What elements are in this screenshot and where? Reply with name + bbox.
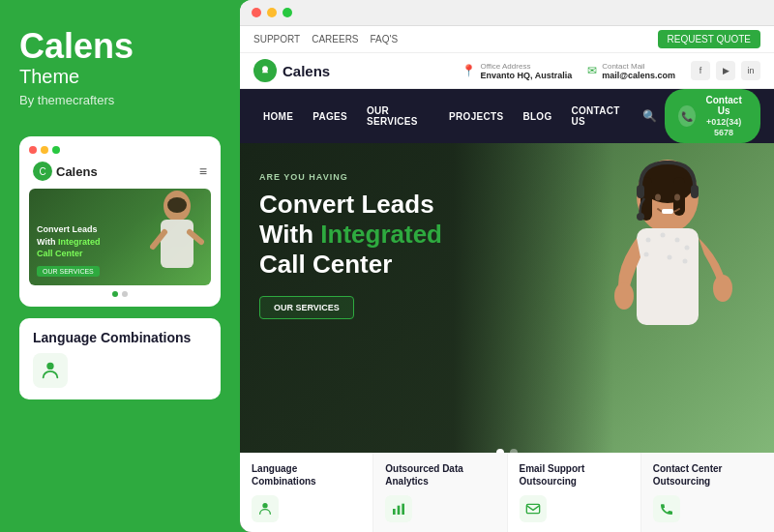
svg-point-12 — [674, 194, 680, 201]
mail-icon: ✉ — [587, 64, 597, 77]
youtube-icon[interactable]: ▶ — [716, 61, 735, 80]
mobile-hero-content: Convert LeadsWith IntegratedCall Center … — [37, 223, 100, 278]
mobile-mockup: C Calens ≡ Convert LeadsWith IntegratedC… — [19, 136, 221, 307]
request-quote-btn[interactable]: REQUEST QUOTE — [658, 30, 761, 48]
svg-rect-1 — [161, 220, 194, 268]
mail-value: mail@calens.com — [602, 71, 675, 80]
lang-card-icon — [33, 353, 68, 388]
card-contact-icon — [653, 495, 680, 522]
svg-rect-31 — [526, 504, 539, 513]
nav-blog[interactable]: BLOG — [513, 103, 561, 130]
topbar-faq[interactable]: FAQ'S — [371, 34, 399, 44]
nav-home[interactable]: HOME — [253, 103, 303, 130]
search-icon[interactable]: 🔍 — [635, 102, 665, 131]
slider-dot-1 — [112, 291, 118, 297]
svg-point-17 — [685, 246, 690, 251]
brand-title: Calens — [19, 29, 221, 64]
svg-rect-29 — [398, 506, 401, 515]
phone-icon: 📞 — [681, 111, 693, 122]
office-label: Office Address — [481, 62, 573, 71]
left-panel: Calens Theme By themecrafters C Calens ≡ — [0, 0, 240, 532]
svg-point-11 — [655, 194, 661, 201]
site-hero: ARE YOU HAVING Convert Leads With Integr… — [240, 143, 774, 532]
nav-contact[interactable]: CONTACT US — [561, 98, 635, 134]
card-email-support: Email SupportOutsourcing — [508, 453, 641, 532]
topbar-careers[interactable]: CAREERS — [312, 34, 358, 44]
mail-label: Contact Mail — [602, 62, 675, 71]
contact-info: 📍 Office Address Envanto HQ, Australia ✉… — [461, 61, 761, 80]
hamburger-icon[interactable]: ≡ — [199, 163, 207, 179]
mobile-slider-dots — [29, 291, 211, 297]
instagram-icon[interactable]: in — [741, 61, 760, 80]
brand-subtitle: Theme — [19, 64, 221, 89]
contact-btn-text: Contact Us +012(34) 5678 — [700, 95, 747, 137]
mobile-dots — [29, 146, 211, 154]
card-contact-title: Contact CenterOutsourcing — [653, 462, 762, 488]
card-analytics-title: Outsourced DataAnalytics — [385, 462, 494, 488]
site-header: Calens 📍 Office Address Envanto HQ, Aust… — [240, 53, 774, 89]
office-details: Office Address Envanto HQ, Australia — [481, 62, 573, 80]
svg-point-15 — [661, 233, 666, 238]
hero-line3: Call Center — [259, 250, 392, 279]
email-icon — [525, 501, 541, 517]
contact-mail: ✉ Contact Mail mail@calens.com — [587, 62, 675, 80]
site-logo-text: Calens — [283, 63, 330, 79]
bottom-cards: LanguageCombinations Outsourced DataAnal… — [240, 453, 774, 532]
location-icon: 📍 — [461, 64, 476, 77]
contact-us-label: Contact Us — [705, 95, 741, 116]
office-address: 📍 Office Address Envanto HQ, Australia — [461, 62, 573, 80]
nav-projects[interactable]: PROJECTS — [439, 103, 513, 130]
mail-details: Contact Mail mail@calens.com — [602, 62, 675, 80]
social-icons: f ▶ in — [691, 61, 760, 80]
logo-svg — [258, 64, 272, 77]
mobile-logo-icon: C — [33, 162, 52, 181]
slider-dot-2 — [122, 291, 128, 297]
office-value: Envanto HQ, Australia — [481, 71, 573, 80]
svg-point-22 — [713, 275, 732, 302]
topbar-support[interactable]: SUPPORT — [253, 34, 300, 44]
svg-point-2 — [167, 197, 187, 213]
mobile-logo: C Calens — [33, 162, 98, 181]
site-navbar: HOME PAGES OUR SERVICES PROJECTS BLOG CO… — [240, 89, 774, 143]
browser-dot-yellow — [267, 8, 277, 17]
mobile-navbar: C Calens ≡ — [29, 162, 211, 181]
topbar-links: SUPPORT CAREERS FAQ'S — [253, 34, 398, 44]
svg-point-25 — [637, 213, 644, 221]
brand-section: Calens Theme By themecrafters — [19, 29, 221, 107]
phone-number: +012(34) 5678 — [706, 117, 741, 137]
card-lang-icon — [252, 495, 279, 522]
svg-rect-13 — [637, 228, 699, 325]
chart-icon — [391, 501, 406, 517]
hero-woman-svg — [561, 143, 774, 424]
hero-line1: Convert Leads — [259, 190, 434, 219]
person-icon — [40, 360, 61, 381]
card-language-combinations: LanguageCombinations — [240, 453, 373, 532]
site-topbar: SUPPORT CAREERS FAQ'S REQUEST QUOTE — [240, 26, 774, 53]
hero-woman-svg — [124, 189, 211, 285]
card-data-analytics: Outsourced DataAnalytics — [373, 453, 507, 532]
facebook-icon[interactable]: f — [691, 61, 710, 80]
svg-point-14 — [646, 238, 651, 243]
mobile-logo-text: Calens — [56, 164, 98, 179]
hero-services-btn[interactable]: OUR SERVICES — [259, 296, 354, 319]
right-panel: SUPPORT CAREERS FAQ'S REQUEST QUOTE Cale… — [240, 0, 774, 532]
svg-point-5 — [46, 363, 53, 369]
svg-point-16 — [675, 238, 680, 243]
browser-dot-red — [252, 8, 261, 17]
card-contact-center: Contact CenterOutsourcing — [641, 453, 774, 532]
svg-rect-26 — [662, 209, 673, 214]
dot-green — [52, 146, 60, 154]
svg-point-27 — [262, 503, 267, 508]
browser-chrome — [240, 0, 774, 26]
dot-yellow — [41, 146, 48, 154]
svg-point-19 — [668, 255, 672, 260]
site-logo: Calens — [253, 59, 330, 82]
nav-services[interactable]: OUR SERVICES — [357, 98, 439, 134]
site-logo-icon — [253, 59, 277, 82]
brand-by: By themecrafters — [19, 93, 221, 107]
nav-pages[interactable]: PAGES — [303, 103, 357, 130]
mobile-services-btn[interactable]: OUR SERVICES — [37, 266, 100, 277]
dot-red — [29, 146, 37, 154]
contact-us-btn[interactable]: 📞 Contact Us +012(34) 5678 — [665, 89, 760, 143]
hero-accent: Integrated — [320, 220, 442, 249]
